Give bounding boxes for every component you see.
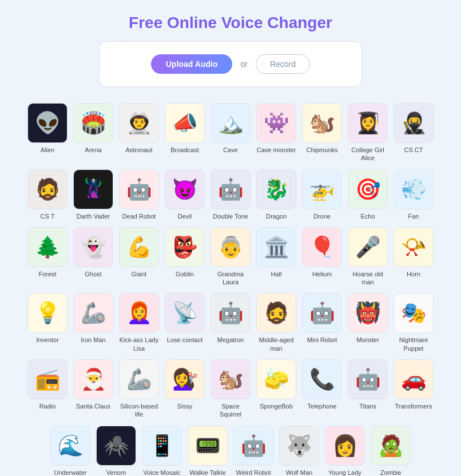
voice-label-nightmare: Nightmare Puppet [393, 336, 434, 352]
voice-item-spongebob[interactable]: 🧽SpongeBob [256, 359, 297, 419]
voice-icon-chipmunks: 🐿️ [302, 103, 342, 143]
voice-label-drone: Drone [313, 212, 331, 220]
voice-label-mini-robot: Mini Robot [307, 336, 337, 344]
voice-item-darth-vader[interactable]: 🦹Darth Vader [73, 169, 114, 220]
voice-item-venom[interactable]: 🕷️Venom [96, 426, 137, 476]
voice-item-wolf-man[interactable]: 🐺Wolf Man [279, 426, 320, 476]
voice-label-hall: Hall [271, 270, 282, 278]
voice-icon-venom: 🕷️ [96, 426, 136, 466]
voice-icon-cave-monster: 👾 [256, 103, 296, 143]
voice-item-drone[interactable]: 🚁Drone [301, 169, 343, 220]
voice-item-space-squirrel[interactable]: 🐿️Space Squirrel [210, 359, 251, 419]
voice-item-astronaut[interactable]: 👨‍🚀Astronaut [118, 103, 160, 162]
voice-item-transformers[interactable]: 🚗Transformers [393, 359, 434, 419]
voice-item-underwater[interactable]: 🌊Underwater [50, 426, 91, 476]
voice-label-titans: Titans [359, 402, 376, 410]
voice-item-broadcast[interactable]: 📣Broadcast [164, 103, 205, 162]
voice-item-horn[interactable]: 📯Horn [393, 227, 434, 287]
voice-item-grandma[interactable]: 👵Grandma Laura [210, 227, 251, 287]
voice-item-hoarse[interactable]: 🎤Hoarse old man [347, 227, 388, 287]
voice-item-lose-contact[interactable]: 📡Lose contact [164, 293, 205, 352]
voice-item-ghost[interactable]: 👻Ghost [73, 227, 114, 287]
voice-icon-iron-man: 🦾 [73, 293, 113, 333]
voice-label-cave: Cave [223, 146, 238, 154]
voice-icon-young-lady: 👩 [325, 426, 365, 466]
voice-label-chipmunks: Chipmunks [306, 146, 337, 154]
voice-item-inventor[interactable]: 💡Inventor [27, 293, 68, 352]
voice-item-monster[interactable]: 👹Monster [347, 293, 388, 352]
voice-icon-helium: 🎈 [302, 227, 342, 267]
voice-item-nightmare[interactable]: 🎭Nightmare Puppet [393, 293, 434, 352]
voice-item-weird-robot[interactable]: 🤖Weird Robot [233, 426, 274, 476]
voice-item-middle-aged[interactable]: 🧔Middle-aged man [256, 293, 297, 352]
voice-icon-cs-t: 🧔 [27, 169, 67, 209]
voice-item-radio[interactable]: 📻Radio [27, 359, 68, 419]
voice-item-iron-man[interactable]: 🦾Iron Man [73, 293, 114, 352]
voice-icon-monster: 👹 [348, 293, 388, 333]
voice-item-double-tone[interactable]: 🤖Double Tone [210, 169, 251, 220]
voice-icon-echo: 🎯 [348, 169, 388, 209]
voice-item-young-lady[interactable]: 👩Young Lady Riley [324, 426, 365, 476]
voice-label-cave-monster: Cave monster [257, 146, 296, 154]
voice-label-silicon: Silicon-based life [118, 402, 160, 419]
voice-item-cave[interactable]: 🏔️Cave [210, 103, 251, 162]
record-button[interactable]: Record [256, 54, 310, 74]
voice-icon-horn: 📯 [394, 227, 434, 267]
voice-item-dead-robot[interactable]: 🤖Dead Robot [118, 169, 160, 220]
voice-grid: 👽Alien🏟️Arena👨‍🚀Astronaut📣Broadcast🏔️Cav… [0, 101, 461, 476]
voice-item-titans[interactable]: 🤖Titans [347, 359, 388, 419]
voice-icon-forest: 🌲 [27, 227, 67, 267]
voice-icon-cs-ct: 🥷 [394, 103, 434, 143]
voice-item-forest[interactable]: 🌲Forest [27, 227, 68, 287]
page-title: Free Online Voice Changer [0, 14, 461, 32]
voice-item-echo[interactable]: 🎯Echo [347, 169, 388, 220]
voice-label-double-tone: Double Tone [213, 212, 248, 220]
voice-item-arena[interactable]: 🏟️Arena [73, 103, 114, 162]
voice-item-walkie-talkie[interactable]: 📟Walkie Talkie [187, 426, 228, 476]
voice-label-monster: Monster [356, 336, 379, 344]
voice-icon-dragon: 🐉 [256, 169, 296, 209]
voice-item-helium[interactable]: 🎈Helium [301, 227, 343, 287]
voice-item-giant[interactable]: 💪Giant [118, 227, 160, 287]
voice-item-fan[interactable]: 💨Fan [393, 169, 434, 220]
voice-item-cs-ct[interactable]: 🥷CS CT [393, 103, 434, 162]
voice-item-telephone[interactable]: 📞Telephone [301, 359, 343, 419]
voice-label-inventor: Inventor [36, 336, 59, 344]
voice-icon-inventor: 💡 [27, 293, 67, 333]
voice-label-cs-ct: CS CT [404, 146, 423, 154]
voice-icon-astronaut: 👨‍🚀 [119, 103, 159, 143]
title-rest: Online Voice Changer [162, 14, 332, 31]
voice-label-middle-aged: Middle-aged man [256, 336, 297, 352]
upload-audio-button[interactable]: Upload Audio [151, 54, 232, 74]
voice-item-cs-t[interactable]: 🧔CS T [27, 169, 68, 220]
voice-item-voice-mosaic[interactable]: 📱Voice Mosaic [141, 426, 182, 476]
voice-item-mini-robot[interactable]: 🤖Mini Robot [301, 293, 343, 352]
voice-label-echo: Echo [360, 212, 375, 220]
voice-item-santa[interactable]: 🎅Santa Claus [73, 359, 114, 419]
voice-item-chipmunks[interactable]: 🐿️Chipmunks [301, 103, 343, 162]
voice-item-devil[interactable]: 😈Devil [164, 169, 205, 220]
voice-icon-college-girl: 👩‍🎓 [348, 103, 388, 143]
voice-item-sissy[interactable]: 💇‍♀️Sissy [164, 359, 205, 419]
voice-label-darth-vader: Darth Vader [77, 212, 110, 220]
voice-icon-underwater: 🌊 [50, 426, 90, 466]
voice-label-giant: Giant [132, 270, 146, 278]
voice-label-devil: Devil [178, 212, 192, 220]
voice-item-alien[interactable]: 👽Alien [27, 103, 68, 162]
voice-item-zombie[interactable]: 🧟Zombie [370, 426, 411, 476]
voice-item-silicon[interactable]: 🦾Silicon-based life [118, 359, 160, 419]
voice-label-iron-man: Iron Man [81, 336, 105, 344]
voice-item-cave-monster[interactable]: 👾Cave monster [256, 103, 297, 162]
voice-label-ghost: Ghost [85, 270, 101, 278]
voice-icon-sissy: 💇‍♀️ [165, 359, 205, 399]
voice-item-dragon[interactable]: 🐉Dragon [256, 169, 297, 220]
voice-icon-santa: 🎅 [73, 359, 113, 399]
voice-item-megatron[interactable]: 🤖Megatron [210, 293, 251, 352]
voice-item-kick-ass[interactable]: 👩‍🦰Kick-ass Lady Lisa [118, 293, 160, 352]
voice-item-college-girl[interactable]: 👩‍🎓College Girl Alice [347, 103, 388, 162]
voice-item-goblin[interactable]: 👺Goblin [164, 227, 205, 287]
voice-icon-darth-vader: 🦹 [73, 169, 113, 209]
voice-icon-spongebob: 🧽 [256, 359, 296, 399]
voice-label-transformers: Transformers [395, 402, 432, 410]
voice-item-hall[interactable]: 🏛️Hall [256, 227, 297, 287]
